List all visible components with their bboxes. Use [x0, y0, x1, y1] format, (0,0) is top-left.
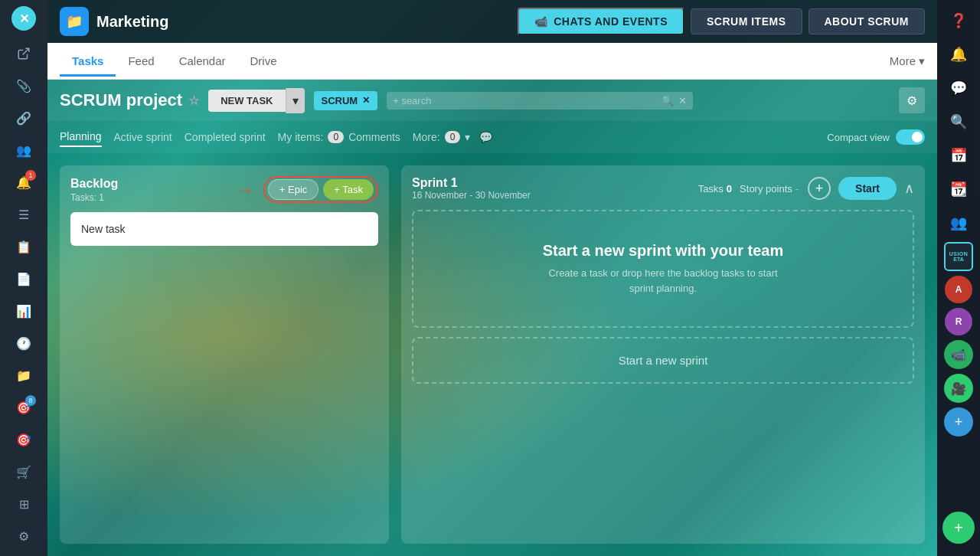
- top-header: 📁 Marketing 📹 CHATS AND EVENTS SCRUM ITE…: [47, 0, 937, 43]
- right-chat-icon[interactable]: 💬: [944, 74, 973, 103]
- sidebar-notification-icon[interactable]: 🔔 1: [10, 168, 38, 196]
- avatar-2[interactable]: R: [945, 308, 972, 335]
- more-chevron-icon[interactable]: ▾: [465, 131, 470, 143]
- sprint-title-group: Sprint 1 16 November - 30 November: [412, 176, 698, 201]
- right-notification-icon[interactable]: 🔔: [944, 40, 973, 69]
- about-scrum-button[interactable]: ABOUT SCRUM: [808, 8, 926, 34]
- search-bar[interactable]: + search 🔍 ✕: [387, 92, 693, 110]
- right-calendar-icon[interactable]: 📅: [944, 141, 973, 170]
- sidebar-link2-icon[interactable]: 🔗: [10, 104, 38, 132]
- buttons-highlight-box: + Epic + Task: [263, 176, 378, 203]
- task-card[interactable]: New task: [70, 212, 378, 246]
- settings-button[interactable]: ⚙: [899, 87, 925, 113]
- blue-add-button[interactable]: +: [944, 407, 973, 437]
- sprint-header: Sprint 1 16 November - 30 November Tasks…: [412, 176, 914, 201]
- chats-events-button[interactable]: 📹 CHATS AND EVENTS: [518, 8, 684, 35]
- more-group: More: 0 ▾ 💬: [413, 131, 492, 143]
- backlog-title: Backlog: [70, 177, 118, 191]
- backlog-title-group: Backlog Tasks: 1: [70, 177, 118, 203]
- new-task-button[interactable]: NEW TASK: [208, 90, 285, 112]
- backlog-header: Backlog Tasks: 1 → + Epic + Task: [70, 176, 378, 203]
- sprint-column: Sprint 1 16 November - 30 November Tasks…: [401, 165, 925, 544]
- new-task-button-group: NEW TASK ▾: [208, 88, 304, 113]
- new-sprint-button[interactable]: Start a new sprint: [412, 337, 914, 384]
- sprint-story-points-meta: Story points -: [740, 183, 799, 195]
- left-sidebar: ✕ 📎 🔗 👥 🔔 1 ☰ 📋 📄 📊 🕐 📁 🎯 8 🎯 🛒 ⊞ ⚙: [0, 0, 47, 556]
- add-epic-button[interactable]: + Epic: [268, 179, 319, 200]
- sidebar-list-icon[interactable]: 📋: [10, 233, 38, 260]
- sidebar-chart-icon[interactable]: 📊: [10, 297, 38, 325]
- sprint-nav-completed[interactable]: Completed sprint: [185, 128, 266, 146]
- right-help-icon[interactable]: ❓: [944, 6, 973, 35]
- my-items-count: 0: [328, 131, 344, 143]
- my-items-group: My items: 0 Comments: [278, 131, 400, 143]
- green-circle-button[interactable]: +: [942, 512, 975, 544]
- add-sprint-circle-button[interactable]: +: [808, 177, 831, 200]
- sidebar-attach-icon[interactable]: 📎: [10, 72, 38, 100]
- start-sprint-button[interactable]: Start: [838, 177, 897, 200]
- tab-tasks[interactable]: Tasks: [60, 45, 116, 77]
- app-title: Marketing: [96, 13, 518, 31]
- add-task-button[interactable]: + Task: [323, 179, 374, 200]
- right-people-icon[interactable]: 👥: [944, 208, 973, 237]
- sidebar-menu-icon[interactable]: ☰: [10, 201, 38, 228]
- notification-badge: 1: [25, 170, 36, 181]
- header-nav: 📹 CHATS AND EVENTS SCRUM ITEMS ABOUT SCR…: [518, 8, 925, 35]
- search-clear-icon[interactable]: ✕: [678, 95, 687, 106]
- sidebar-cart-icon[interactable]: 🛒: [10, 458, 38, 486]
- green-video-button[interactable]: 📹: [944, 340, 973, 369]
- chevron-down-icon: ▾: [919, 54, 925, 68]
- tab-calendar[interactable]: Calendar: [167, 45, 238, 77]
- sprint-empty-area: Start a new sprint with your team Create…: [412, 210, 914, 328]
- sidebar-list2-icon[interactable]: 📄: [10, 265, 38, 293]
- sidebar-badge-icon[interactable]: 🎯 8: [10, 394, 38, 421]
- sprint-title: Sprint 1: [412, 176, 698, 190]
- tab-drive[interactable]: Drive: [238, 45, 289, 77]
- chat-bubble-icon[interactable]: 💬: [479, 131, 492, 143]
- compact-view-toggle[interactable]: [896, 129, 925, 145]
- sprint-nav-active[interactable]: Active sprint: [114, 128, 172, 146]
- scrum-tag-remove[interactable]: ✕: [362, 95, 370, 106]
- sprint-nav-planning[interactable]: Planning: [60, 127, 102, 147]
- sprint-dates: 16 November - 30 November: [412, 190, 698, 201]
- teal-video-button[interactable]: 🎥: [944, 374, 973, 403]
- new-task-dropdown[interactable]: ▾: [286, 88, 305, 113]
- sidebar-clock-icon[interactable]: 🕐: [10, 329, 38, 357]
- collapse-sprint-button[interactable]: ∧: [904, 180, 914, 197]
- toolbar: SCRUM project ☆ NEW TASK ▾ SCRUM ✕ + sea…: [47, 80, 937, 121]
- right-calendar2-icon[interactable]: 📆: [944, 175, 973, 204]
- sidebar-target-icon[interactable]: 🎯: [10, 426, 38, 453]
- star-icon[interactable]: ☆: [188, 93, 199, 108]
- board-area: Backlog Tasks: 1 → + Epic + Task New tas…: [47, 153, 937, 556]
- sprint-tasks-count: 0: [727, 183, 732, 195]
- more-count: 0: [445, 131, 461, 143]
- scrum-items-button[interactable]: SCRUM ITEMS: [691, 8, 802, 34]
- avatar-1[interactable]: A: [945, 276, 972, 303]
- sprint-empty-title: Start a new sprint with your team: [429, 242, 897, 260]
- main-content: 📁 Marketing 📹 CHATS AND EVENTS SCRUM ITE…: [47, 0, 937, 556]
- sidebar-box-icon[interactable]: 📁: [10, 361, 38, 389]
- fusion-badge[interactable]: USION ETA: [944, 242, 973, 271]
- sidebar-settings-icon[interactable]: ⚙: [10, 522, 38, 550]
- tab-more[interactable]: More ▾: [890, 54, 925, 68]
- scrum-tag: SCRUM ✕: [314, 91, 378, 110]
- close-button[interactable]: ✕: [11, 6, 36, 31]
- video-icon: 📹: [534, 15, 548, 28]
- app-icon: 📁: [60, 7, 89, 36]
- sidebar-grid-icon[interactable]: ⊞: [10, 490, 38, 518]
- gear-icon: ⚙: [906, 93, 917, 108]
- backlog-column: Backlog Tasks: 1 → + Epic + Task New tas…: [60, 165, 389, 544]
- sidebar-link-icon[interactable]: [10, 40, 38, 67]
- red-arrow-icon: →: [236, 179, 254, 201]
- tab-feed[interactable]: Feed: [116, 45, 166, 77]
- svg-line-0: [23, 48, 29, 54]
- sprint-meta: Tasks 0 Story points -: [698, 183, 799, 195]
- right-search-icon[interactable]: 🔍: [944, 107, 973, 136]
- sprint-empty-desc: Create a task or drop here the backlog t…: [429, 266, 897, 296]
- badge-count: 8: [25, 395, 36, 406]
- sidebar-people-icon[interactable]: 👥: [10, 136, 38, 164]
- sprint-nav: Planning Active sprint Completed sprint …: [47, 121, 937, 153]
- task-name: New task: [81, 223, 126, 235]
- backlog-actions: → + Epic + Task: [236, 176, 378, 203]
- project-title: SCRUM project ☆: [60, 90, 199, 110]
